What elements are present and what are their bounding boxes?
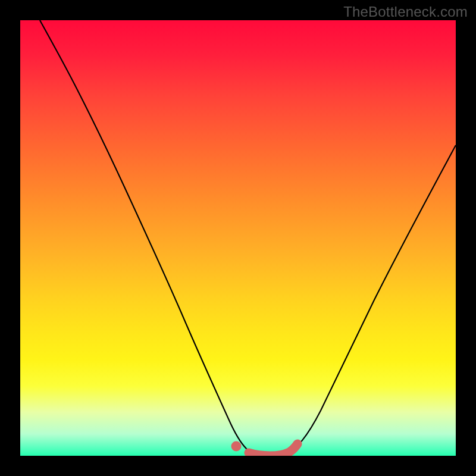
chart-container: TheBottleneck.com — [0, 0, 476, 476]
marker-dot-icon — [231, 441, 242, 452]
plot-area — [20, 20, 456, 456]
valley-highlight-stroke — [249, 444, 298, 456]
chart-svg — [20, 20, 456, 456]
bottleneck-curve — [40, 20, 456, 456]
watermark-text: TheBottleneck.com — [343, 4, 468, 20]
